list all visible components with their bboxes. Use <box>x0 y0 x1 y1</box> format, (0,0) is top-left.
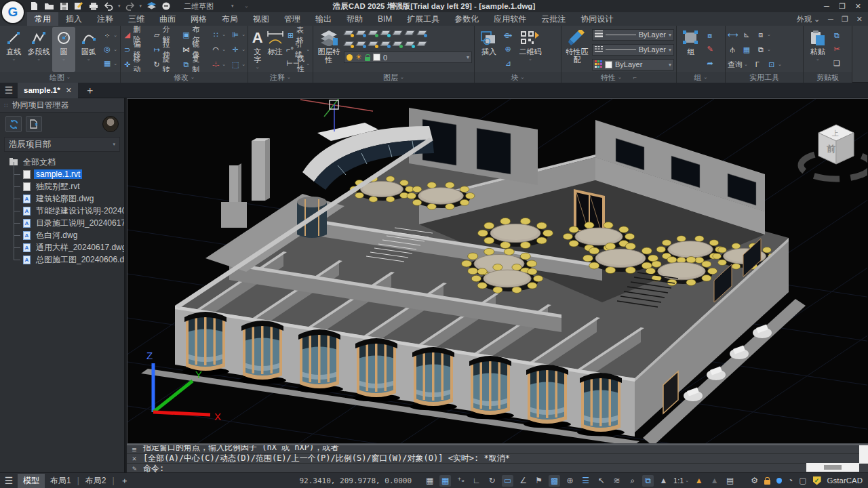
properties-panel-label[interactable]: 特性⌄⌐ <box>561 72 676 83</box>
layer-bulb-icon[interactable] <box>347 54 353 60</box>
color-dropdown[interactable]: ByLayer▾ <box>592 59 674 70</box>
user-avatar[interactable] <box>102 116 119 132</box>
lineweight-toggle-icon[interactable]: ☰ <box>580 475 591 487</box>
utilities-panel-label[interactable]: 实用工具 <box>726 72 803 83</box>
sync-button[interactable] <box>5 116 22 132</box>
quick-properties-toggle-icon[interactable]: ▤ <box>724 475 736 487</box>
open-folder-icon[interactable] <box>43 1 54 12</box>
annotate-panel-label[interactable]: 注释⌄ <box>248 72 313 83</box>
new-file-icon[interactable] <box>28 1 39 12</box>
project-dropdown[interactable]: 浩辰项目部 ▾ <box>4 137 120 152</box>
calculator-button[interactable]: ▦ <box>742 44 751 55</box>
layers-icon[interactable] <box>146 1 157 12</box>
tab-layout[interactable]: 布局 <box>214 12 245 26</box>
print-icon[interactable] <box>88 1 99 12</box>
tab-insert[interactable]: 插入 <box>58 12 90 26</box>
ruler-button[interactable]: ⫛ <box>728 44 737 55</box>
selection-cycling-toggle-icon[interactable]: ↖ <box>595 475 607 487</box>
scrollbar-thumb[interactable] <box>824 465 842 470</box>
overlap-toggle-icon[interactable]: ⧉ <box>642 475 654 487</box>
angle-measure-button[interactable]: ⊾ <box>742 29 751 40</box>
status-menu-icon[interactable]: ☰ <box>0 475 18 486</box>
snap-grid-toggle-icon[interactable]: ▦ <box>439 475 451 487</box>
tab-manage[interactable]: 管理 <box>277 12 308 26</box>
group-select-button[interactable]: ➦ <box>705 58 715 69</box>
snap-cursor-toggle-icon[interactable]: ⁺▫ <box>455 475 467 487</box>
command-cancel-icon[interactable]: ✕ <box>130 454 139 463</box>
group-edit-button[interactable]: ✎ <box>705 44 715 55</box>
fillet-button[interactable]: ◠⌄ <box>211 44 226 55</box>
command-line-panel[interactable]: ≡ 指定窗口的角点，输入比例因子 (nX 或 nXP)，或者 ✕ [全部(A)/… <box>127 444 868 472</box>
layer-iso-icon[interactable] <box>417 28 427 37</box>
move-button[interactable]: ✜移动 <box>123 59 147 70</box>
layer-match-icon[interactable] <box>380 28 391 37</box>
stretch-button[interactable]: ↦拉伸 <box>152 44 176 55</box>
tab-annotate[interactable]: 注释 <box>90 12 121 26</box>
save-as-icon[interactable] <box>73 1 84 12</box>
redo-icon[interactable] <box>125 1 136 12</box>
tab-3d[interactable]: 三维 <box>121 12 152 26</box>
center-snap-toggle-icon[interactable]: ⊕ <box>564 475 576 487</box>
doc-restore-button[interactable]: ❐ <box>842 15 848 24</box>
group-button[interactable]: 组 <box>679 27 703 72</box>
layer-lock-state-icon[interactable] <box>365 57 370 61</box>
clean-screen-icon[interactable]: ◔ <box>788 476 793 485</box>
scale-button[interactable]: ⬚⌄ <box>231 59 245 70</box>
group-panel-label[interactable]: 组⌄ <box>677 72 725 83</box>
block-define-button[interactable]: ⊿ <box>503 58 513 69</box>
layer-dropdown[interactable]: ☀ 0 ▾ <box>344 52 472 63</box>
copy-base-button[interactable]: ❏ <box>832 58 842 69</box>
paste-button[interactable]: 粘贴⌄ <box>806 27 830 72</box>
inquiry-button[interactable]: 查询⌄ <box>728 59 748 70</box>
layer-on-icon[interactable] <box>344 28 354 37</box>
tab-parametric[interactable]: 参数化 <box>447 12 486 26</box>
layer-merge-icon[interactable] <box>405 39 415 48</box>
annotation-visibility-toggle-icon[interactable]: ▲ <box>709 475 720 487</box>
doc-minimize-button[interactable]: ─ <box>828 15 833 23</box>
model-tab[interactable]: 模型 <box>18 474 45 488</box>
minimize-button[interactable]: ─ <box>824 2 829 11</box>
comment-icon[interactable] <box>161 1 172 12</box>
line-button[interactable]: 直线⌄ <box>2 27 26 72</box>
close-button[interactable]: ✕ <box>855 2 861 11</box>
donut-tools-button[interactable]: ◎⌄ <box>102 44 117 55</box>
align-button[interactable]: ⊫⌄ <box>231 29 245 40</box>
undo-icon[interactable] <box>103 1 114 12</box>
tab-help[interactable]: 帮助 <box>339 12 370 26</box>
erase-button[interactable]: ◢删除 <box>123 29 147 40</box>
command-vertical-scrollbar[interactable] <box>859 445 868 464</box>
layout1-tab[interactable]: 布局1 <box>45 474 77 488</box>
command-horizontal-scrollbar[interactable] <box>806 463 859 472</box>
workspace-dropdown[interactable]: 二维草图▾ <box>181 1 237 12</box>
tree-file[interactable]: 总图施工图_20240606.dwg <box>0 253 124 266</box>
hatch-grid-toggle-icon[interactable]: ▩ <box>549 475 560 487</box>
modify-panel-label[interactable]: 修改⌄ <box>121 72 248 83</box>
corner-button[interactable]: Γ <box>753 59 762 70</box>
rotate-button[interactable]: ↻旋转 <box>152 59 176 70</box>
layer-del-icon[interactable] <box>417 39 427 48</box>
osnap-3d-toggle-icon[interactable]: ⚑ <box>533 475 545 487</box>
layer-thaw-icon[interactable] <box>356 39 366 48</box>
security-shield-icon[interactable]: ✓ <box>813 476 821 485</box>
tab-express[interactable]: 扩展工具 <box>399 12 447 26</box>
cut-button[interactable]: ✂ <box>832 44 842 55</box>
layer-sun-icon[interactable]: ☀ <box>355 53 362 62</box>
layer-prev-icon[interactable] <box>393 28 403 37</box>
annotation-toggle-icon[interactable]: ▲ <box>658 475 669 487</box>
arc-button[interactable]: 圆弧⌄ <box>77 27 100 72</box>
redo-dropdown-icon[interactable]: ▾ <box>140 3 142 9</box>
circle-button[interactable]: 圆⌄ <box>52 27 76 72</box>
tab-surface[interactable]: 曲面 <box>152 12 183 26</box>
layer-isolate-toggle-icon[interactable]: ≋ <box>611 475 623 487</box>
annotation-scale-dropdown[interactable]: 1:1⌄ <box>673 476 689 485</box>
qrcode-button[interactable]: 二维码⌄ <box>515 27 546 72</box>
undo-dropdown-icon[interactable]: ▾ <box>118 3 121 9</box>
properties-launcher-icon[interactable]: ⌐ <box>633 74 637 81</box>
save-icon[interactable] <box>58 1 69 12</box>
drawing-viewport[interactable]: 前 上 Z Y X <box>127 98 868 444</box>
command-menu-icon[interactable]: ≡ <box>130 445 139 454</box>
copy-button[interactable]: ⧉复制 <box>182 59 206 70</box>
match-properties-button[interactable]: 特性匹配 <box>564 27 591 72</box>
tab-output[interactable]: 输出 <box>308 12 339 26</box>
block-panel-label[interactable]: 块⌄ <box>475 72 561 83</box>
